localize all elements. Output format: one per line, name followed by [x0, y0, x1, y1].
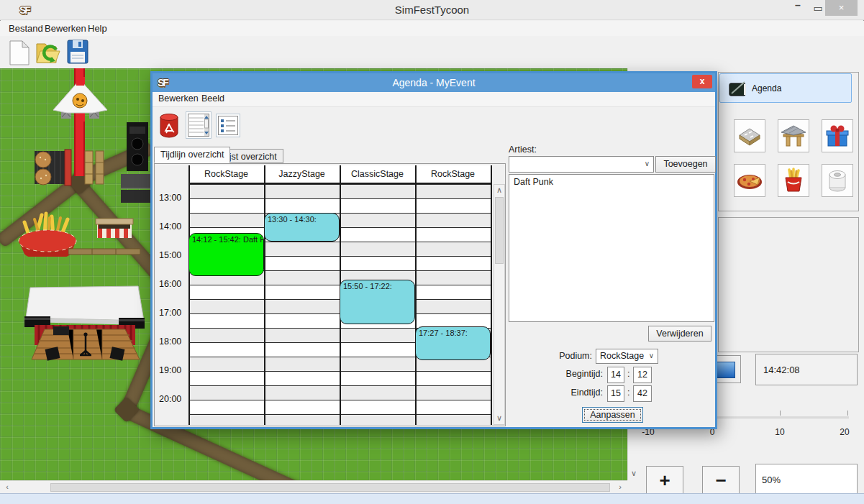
verwijderen-button[interactable]: Verwijderen — [648, 326, 711, 342]
notebook-icon — [729, 81, 747, 98]
minimize-button[interactable]: – — [788, 0, 807, 16]
schedule-scrollbar[interactable]: ∧ ∨ — [494, 184, 505, 425]
time-label: 19:00 — [159, 365, 181, 375]
dialog-menu-bewerken[interactable]: Bewerken — [158, 93, 199, 104]
menu-bestand[interactable]: Bestand — [6, 22, 46, 35]
zoom-out-button[interactable]: − — [702, 466, 740, 496]
zoom-level-field[interactable]: 50% — [755, 464, 858, 496]
time-label: 18:00 — [159, 336, 181, 347]
simfesttycoon-window: { "window": { "title": "SimFestTycoon", … — [0, 0, 864, 504]
time-label: 15:00 — [159, 250, 181, 260]
bench[interactable] — [83, 150, 105, 185]
time-label: 16:00 — [159, 279, 181, 289]
open-folder-icon[interactable] — [35, 40, 61, 66]
agenda-button[interactable]: Agenda — [719, 73, 852, 103]
menu-help[interactable]: Help — [85, 22, 110, 35]
statusbar — [0, 493, 864, 504]
slider-label: 20 — [840, 427, 849, 437]
timeline-view-button[interactable] — [186, 111, 212, 139]
item-road-button[interactable] — [734, 119, 765, 152]
stage-column-header: RockStage — [188, 165, 264, 183]
scroll-down-icon[interactable]: ∨ — [494, 413, 505, 424]
tent[interactable] — [49, 77, 112, 122]
pizza-icon — [736, 170, 763, 191]
aanpassen-button[interactable]: Aanpassen — [582, 407, 643, 423]
chevron-down-icon: ∨ — [649, 352, 654, 359]
save-icon[interactable] — [67, 40, 88, 64]
close-button[interactable]: × — [825, 0, 858, 16]
trash-icon[interactable] — [158, 113, 180, 139]
dialog-menu-beeld[interactable]: Beeld — [201, 93, 224, 104]
artist-dropdown-value — [509, 157, 653, 161]
stage-structure-icon — [780, 123, 807, 149]
podium-label: Podium: — [541, 351, 592, 361]
game-clock: 14:42:08 — [755, 354, 858, 385]
item-stage-structure-button[interactable] — [778, 119, 809, 152]
tab-tijdlijn-overzicht[interactable]: Tijdlijn overzicht — [154, 147, 230, 163]
speaker-stack[interactable] — [121, 122, 153, 205]
stage-column-header: JazzyStage — [264, 165, 340, 183]
main-titlebar: SF SimFestTycoon – ▭ × — [0, 0, 864, 20]
dialog-title: Agenda - MyEvent — [153, 77, 715, 88]
main-toolbar — [0, 36, 864, 68]
list-view-button[interactable] — [216, 114, 240, 137]
slider-tick — [847, 411, 848, 416]
schedule-panel: RockStage JazzyStage ClassicStage RockSt… — [154, 163, 506, 426]
item-pizza-button[interactable] — [734, 164, 765, 197]
main-stage[interactable] — [24, 285, 145, 367]
begintijd-label: Begintijd: — [552, 369, 603, 379]
eindtijd-label: Eindtijd: — [552, 388, 603, 398]
time-label: 20:00 — [159, 394, 181, 404]
time-label: 17:00 — [159, 308, 181, 318]
artist-list-item[interactable]: Daft Punk — [509, 175, 714, 189]
item-fries-button[interactable] — [778, 164, 809, 197]
scroll-thumb[interactable] — [50, 483, 610, 492]
scroll-left-icon[interactable]: ‹ — [1, 482, 13, 493]
menu-bewerken[interactable]: Bewerken — [42, 22, 89, 35]
burger-stand[interactable] — [30, 147, 75, 188]
scroll-down-icon[interactable]: ∨ — [628, 468, 640, 480]
main-menubar: Bestand Bewerken Help — [0, 21, 864, 36]
item-toilet-paper-button[interactable] — [822, 164, 853, 197]
time-label: 14:00 — [159, 221, 181, 232]
list-view-icon — [218, 116, 238, 135]
agenda-button-label: Agenda — [752, 83, 781, 93]
schedule-event[interactable]: 13:30 - 14:30: — [264, 213, 340, 242]
schedule-header: RockStage JazzyStage ClassicStage RockSt… — [188, 165, 492, 184]
begin-minute-field[interactable]: 12 — [633, 367, 652, 383]
time-separator: : — [627, 388, 629, 398]
dialog-menubar: Bewerken Beeld — [153, 92, 715, 107]
podium-dropdown[interactable]: RockStage ∨ — [596, 349, 658, 364]
stage-column-header: RockStage — [415, 165, 491, 183]
slider-tick — [780, 411, 781, 416]
schedule-event[interactable]: 14:12 - 15:42: Daft Punk — [188, 233, 264, 276]
artist-label: Artiest: — [509, 145, 537, 155]
begin-hour-field[interactable]: 14 — [607, 367, 624, 383]
dialog-titlebar[interactable]: SF Agenda - MyEvent x — [153, 73, 715, 92]
road-tile-icon — [736, 124, 763, 147]
time-separator: : — [627, 369, 629, 379]
schedule-event[interactable]: 15:50 - 17:22: — [340, 280, 415, 324]
scroll-up-icon[interactable]: ∧ — [494, 185, 505, 196]
end-hour-field[interactable]: 15 — [607, 385, 624, 402]
info-groupbox — [718, 217, 859, 352]
end-minute-field[interactable]: 42 — [633, 385, 652, 402]
map-horizontal-scrollbar[interactable]: ‹ › — [0, 480, 627, 493]
schedule-grid[interactable]: 14:12 - 15:42: Daft Punk13:30 - 14:30: 1… — [188, 184, 492, 425]
scrollbar-corner — [627, 480, 640, 493]
dialog-close-button[interactable]: x — [692, 75, 712, 88]
gift-icon — [824, 123, 850, 149]
slider-label: 10 — [775, 427, 784, 437]
play-button-icon — [717, 362, 735, 378]
artist-listbox[interactable]: Daft Punk — [509, 174, 714, 322]
toevoegen-button[interactable]: Toevoegen — [655, 156, 716, 173]
scroll-right-icon[interactable]: › — [614, 482, 626, 493]
zoom-in-button[interactable]: + — [646, 466, 683, 496]
artist-dropdown[interactable]: ∨ — [509, 156, 654, 173]
picnic-bench[interactable] — [68, 247, 140, 257]
schedule-event[interactable]: 17:27 - 18:37: — [415, 326, 491, 360]
new-document-icon[interactable] — [9, 40, 30, 66]
striped-booth[interactable] — [94, 216, 135, 241]
scroll-thumb[interactable] — [495, 197, 504, 264]
item-gift-button[interactable] — [822, 119, 853, 152]
